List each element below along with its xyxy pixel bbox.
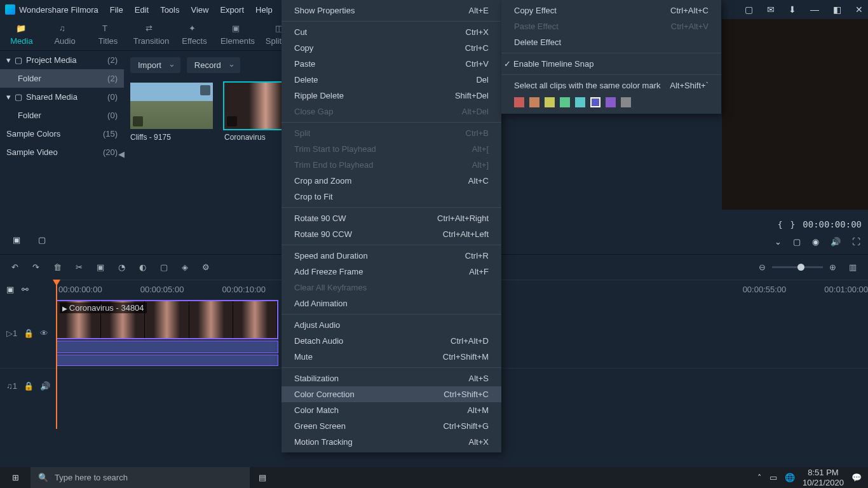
zoom-in-icon[interactable]: ⊕: [829, 262, 836, 272]
sidebar-collapse-icon[interactable]: ◀: [118, 149, 125, 159]
swatch-blue[interactable]: [590, 97, 600, 107]
swatch-gray[interactable]: [621, 97, 631, 107]
menu-show-properties[interactable]: Show PropertiesAlt+E: [281, 3, 501, 18]
menu-view[interactable]: View: [191, 5, 208, 15]
menu-tools[interactable]: Tools: [160, 5, 179, 15]
mark-out-icon[interactable]: }: [790, 220, 795, 229]
close-icon[interactable]: ✕: [855, 4, 863, 15]
tray-chevron-icon[interactable]: ˄: [757, 473, 762, 482]
minimize-icon[interactable]: —: [810, 4, 819, 15]
menu-green-screen[interactable]: Green ScreenCtrl+Shift+G: [281, 418, 501, 434]
sidebar-shared-media[interactable]: ▾ ▢ Shared Media (0): [0, 88, 124, 106]
lock-icon[interactable]: 🔒: [24, 329, 34, 338]
snapshot-icon[interactable]: ◉: [812, 237, 819, 247]
start-button[interactable]: ⊞: [0, 467, 31, 488]
menu-help[interactable]: Help: [255, 5, 273, 15]
menu-add-animation[interactable]: Add Animation: [281, 295, 501, 311]
menu-adjust-audio[interactable]: Adjust Audio: [281, 317, 501, 333]
tab-effects[interactable]: ✦Effects: [173, 24, 216, 46]
menu-color-match[interactable]: Color MatchAlt+M: [281, 402, 501, 418]
swatch-green[interactable]: [560, 97, 570, 107]
timeline-clip-audio2[interactable]: [56, 355, 278, 366]
tab-transition[interactable]: ⇄Transition: [130, 24, 173, 46]
menu-speed-duration[interactable]: Speed and DurationCtrl+R: [281, 248, 501, 264]
menu-delete[interactable]: DeleteDel: [281, 72, 501, 88]
menu-rotate-cw[interactable]: Rotate 90 CWCtrl+Alt+Right: [281, 210, 501, 226]
sidebar-sample-colors[interactable]: Sample Colors (15): [0, 125, 124, 143]
menu-paste[interactable]: PasteCtrl+V: [281, 56, 501, 72]
taskbar-search[interactable]: 🔍 Type here to search: [31, 467, 250, 488]
sidebar-project-media[interactable]: ▾ ▢ Project Media (2): [0, 51, 124, 69]
menu-export[interactable]: Export: [220, 5, 244, 15]
tab-audio[interactable]: ♫Audio: [43, 24, 86, 46]
import-dropdown[interactable]: Import: [130, 57, 180, 73]
sidebar-folder1[interactable]: Folder (2): [0, 69, 124, 88]
swatch-red[interactable]: [514, 97, 524, 107]
speed-icon[interactable]: ◔: [118, 262, 125, 272]
monitor-icon[interactable]: ▢: [793, 237, 801, 247]
menu-ripple-delete[interactable]: Ripple DeleteShift+Del: [281, 88, 501, 104]
color-icon[interactable]: ◐: [139, 262, 146, 272]
keyframe-icon[interactable]: ◈: [182, 262, 188, 272]
menu-stabilization[interactable]: StabilizationAlt+S: [281, 370, 501, 386]
folder-icon[interactable]: ▢: [38, 235, 46, 245]
quality-dropdown-icon[interactable]: ⌄: [775, 237, 782, 247]
maximize-icon[interactable]: ◧: [833, 4, 841, 15]
menu-crop-fit[interactable]: Crop to Fit: [281, 189, 501, 205]
taskbar-clock[interactable]: 8:51 PM 10/21/2020: [803, 468, 844, 487]
zoom-slider[interactable]: [772, 266, 823, 268]
sidebar-folder2[interactable]: Folder (0): [0, 106, 124, 125]
menu-edit[interactable]: Edit: [135, 5, 149, 15]
add-folder-icon[interactable]: ▣: [13, 235, 20, 245]
green-screen-icon[interactable]: ▢: [160, 262, 168, 272]
zoom-fit-icon[interactable]: ▥: [849, 262, 857, 272]
timeline-clip[interactable]: ▶ Coronavirus - 34804: [56, 300, 278, 339]
tab-elements[interactable]: ▣Elements: [216, 24, 259, 46]
swatch-orange[interactable]: [529, 97, 539, 107]
network-icon[interactable]: 🌐: [785, 473, 795, 482]
volume-icon[interactable]: 🔊: [831, 237, 841, 247]
menu-timeline-snap[interactable]: ✓Enable Timeline Snap: [501, 56, 721, 72]
menu-delete-effect[interactable]: Delete Effect: [501, 34, 721, 50]
tab-media[interactable]: 📁Media: [0, 24, 43, 46]
bookmark-icon[interactable]: ▢: [745, 4, 753, 15]
split-icon[interactable]: ✂: [76, 262, 83, 272]
menu-cut[interactable]: CutCtrl+X: [281, 24, 501, 40]
menu-motion-tracking[interactable]: Motion TrackingAlt+X: [281, 434, 501, 450]
menu-crop-zoom[interactable]: Crop and ZoomAlt+C: [281, 173, 501, 189]
zoom-out-icon[interactable]: ⊖: [759, 262, 766, 272]
menu-freeze-frame[interactable]: Add Freeze FrameAlt+F: [281, 264, 501, 280]
timeline-clip-audio[interactable]: [56, 341, 278, 353]
swatch-yellow[interactable]: [545, 97, 555, 107]
battery-icon[interactable]: ▭: [770, 473, 777, 482]
fullscreen-icon[interactable]: ⛶: [852, 237, 860, 247]
menu-mute[interactable]: MuteCtrl+Shift+M: [281, 349, 501, 365]
lock-icon[interactable]: 🔒: [24, 381, 34, 391]
crop-icon[interactable]: ▣: [97, 262, 104, 272]
redo-icon[interactable]: ↷: [32, 262, 39, 272]
settings-icon[interactable]: ⚙: [202, 262, 210, 272]
media-thumb-cliffs[interactable]: Cliffs - 9175: [130, 83, 213, 142]
timeline-nest-icon[interactable]: ▣: [6, 285, 14, 294]
speaker-icon[interactable]: 🔊: [40, 381, 50, 391]
timeline-link-icon[interactable]: ⚯: [22, 285, 29, 294]
download-icon[interactable]: ⬇: [789, 4, 796, 15]
sidebar-sample-video[interactable]: Sample Video (20): [0, 143, 124, 161]
menu-copy-effect[interactable]: Copy EffectCtrl+Alt+C: [501, 3, 721, 18]
menu-color-correction[interactable]: Color CorrectionCtrl+Shift+C: [281, 386, 501, 402]
swatch-teal[interactable]: [575, 97, 585, 107]
task-view-icon[interactable]: ▤: [250, 467, 275, 488]
menu-file[interactable]: File: [110, 5, 123, 15]
mail-icon[interactable]: ✉: [767, 4, 775, 15]
undo-icon[interactable]: ↶: [11, 262, 18, 272]
swatch-purple[interactable]: [606, 97, 616, 107]
menu-detach-audio[interactable]: Detach AudioCtrl+Alt+D: [281, 333, 501, 349]
tab-titles[interactable]: TTitles: [86, 24, 130, 46]
menu-rotate-ccw[interactable]: Rotate 90 CCWCtrl+Alt+Left: [281, 226, 501, 242]
menu-copy[interactable]: CopyCtrl+C: [281, 40, 501, 56]
record-dropdown[interactable]: Record: [187, 57, 240, 73]
delete-icon[interactable]: 🗑: [53, 262, 62, 272]
eye-icon[interactable]: 👁: [40, 329, 48, 338]
mark-in-icon[interactable]: {: [778, 220, 783, 229]
playhead[interactable]: [56, 280, 57, 429]
